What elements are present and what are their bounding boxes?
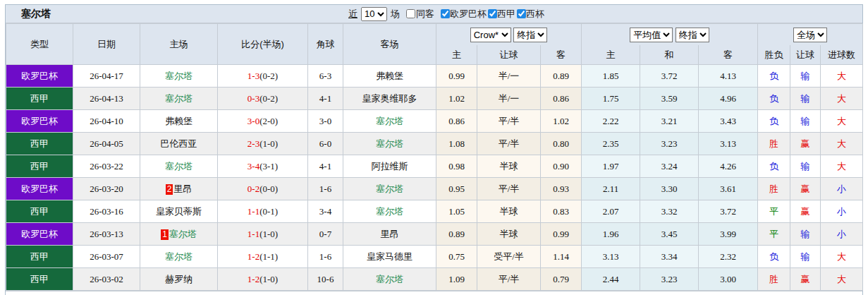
league-filter-label: 西杯 — [526, 8, 544, 20]
same-away-label: 同客 — [416, 8, 434, 20]
avg-draw-cell: 3.21 — [640, 110, 699, 133]
away-team-name[interactable]: 弗赖堡 — [376, 71, 403, 81]
match-date: 26-03-16 — [73, 200, 140, 223]
avg-company-select[interactable]: 平均值 — [630, 28, 673, 42]
match-date: 26-04-13 — [73, 88, 140, 110]
home-team-name[interactable]: 赫罗纳 — [165, 274, 192, 284]
league-filter-checkbox[interactable] — [517, 9, 526, 18]
away-team-name[interactable]: 塞尔塔 — [376, 274, 403, 284]
avg-draw-cell: 3.30 — [640, 178, 699, 200]
avg-home-cell: 2.07 — [582, 200, 640, 223]
result-outcome-cell: 负 — [758, 65, 790, 88]
score-cell: 3-0(2-0) — [218, 110, 308, 133]
away-team-name[interactable]: 塞尔塔 — [376, 206, 403, 217]
result-handicap-cell: 赢 — [790, 178, 821, 200]
result-handicap-cell: 赢 — [790, 200, 821, 223]
table-row: 西甲 26-04-05 巴伦西亚 2-3(1-0) 6-0 塞尔塔 1.08 平… — [6, 133, 863, 155]
league-filter: 西甲 — [488, 8, 515, 20]
home-team-name[interactable]: 塞尔塔 — [165, 251, 192, 262]
match-date: 26-04-17 — [73, 65, 140, 88]
away-team-name[interactable]: 塞尔塔 — [376, 116, 403, 126]
home-team-cell: 塞尔塔 — [140, 155, 218, 178]
away-team-name[interactable]: 皇家奥维耶多 — [362, 93, 417, 104]
league-filter-checkbox[interactable] — [488, 9, 497, 18]
avg-draw-cell: 3.24 — [640, 155, 699, 178]
avg-home-cell: 2.11 — [582, 178, 640, 200]
home-team-name[interactable]: 弗赖堡 — [165, 116, 192, 126]
result-goals-cell: 大 — [821, 268, 863, 291]
result-outcome-cell: 胜 — [758, 178, 790, 200]
home-team-name[interactable]: 塞尔塔 — [165, 161, 192, 171]
halftime-score: (0-0) — [259, 183, 278, 194]
same-away-checkbox[interactable] — [406, 9, 415, 18]
odds-handicap-cell: 平/半 — [477, 110, 541, 133]
odds-away-cell: 1.02 — [541, 110, 582, 133]
score-cell: 1-1(0-1) — [218, 200, 308, 223]
away-team-cell: 皇家马德里 — [343, 246, 436, 268]
match-date: 26-03-20 — [73, 178, 140, 200]
league-filter-label: 欧罗巴杯 — [450, 8, 487, 20]
away-team-name[interactable]: 皇家马德里 — [367, 251, 412, 262]
avg-home-cell: 2.35 — [582, 133, 640, 155]
result-handicap-cell: 赢 — [790, 268, 821, 291]
avg-home-cell: 1.97 — [582, 155, 640, 178]
odds-away-cell: 0.86 — [541, 88, 582, 110]
away-team-name[interactable]: 阿拉维斯 — [372, 161, 408, 171]
col-header-result-handicap: 让球 — [790, 45, 821, 65]
odds-home-cell: 1.08 — [436, 133, 477, 155]
avg-away-cell: 4.96 — [699, 88, 758, 110]
match-date: 26-03-22 — [73, 155, 140, 178]
home-team-name[interactable]: 巴伦西亚 — [161, 138, 197, 149]
fulltime-score: 1-1 — [247, 206, 259, 217]
league-filter-checkbox[interactable] — [441, 9, 450, 18]
away-team-cell: 塞尔塔 — [343, 268, 436, 291]
table-row: 西甲 26-03-02 赫罗纳 1-2(1-0) 10-6 塞尔塔 1.09 平… — [6, 268, 863, 291]
odds-home-cell: 1.05 — [436, 200, 477, 223]
result-handicap-cell: 赢 — [790, 133, 821, 155]
score-cell: 0-3(0-2) — [218, 88, 308, 110]
result-goals-cell: 大 — [821, 155, 863, 178]
result-goals-cell: 大 — [821, 88, 863, 110]
avg-away-cell: 2.32 — [699, 246, 758, 268]
score-cell: 1-1(1-0) — [218, 223, 308, 246]
score-cell: 0-2(0-0) — [218, 178, 308, 200]
home-team-cell: 塞尔塔 — [140, 65, 218, 88]
result-group-header: 全场 — [758, 24, 863, 46]
result-goals-cell: 小 — [821, 223, 863, 246]
home-team-name[interactable]: 里昂 — [173, 183, 192, 194]
home-team-cell: 2里昂 — [140, 178, 218, 200]
away-team-name[interactable]: 塞尔塔 — [376, 138, 403, 149]
odds-type-select[interactable]: 终指 — [513, 28, 547, 42]
odds-away-cell: 0.89 — [541, 65, 582, 88]
odds-company-select[interactable]: Crow* — [470, 28, 511, 42]
matches-label: 场 — [391, 8, 400, 20]
result-scope-select[interactable]: 全场 — [793, 28, 827, 42]
match-count-select[interactable]: 10 — [361, 7, 387, 21]
league-filters: 欧罗巴杯西甲西杯 — [441, 8, 546, 20]
odds-handicap-cell: 平/半 — [477, 178, 541, 200]
near-link[interactable]: 近 — [348, 8, 357, 20]
table-row: 西甲 26-04-13 塞尔塔 0-3(0-2) 4-1 皇家奥维耶多 1.02… — [6, 88, 863, 110]
away-team-name[interactable]: 塞尔塔 — [376, 183, 403, 194]
home-team-name[interactable]: 塞尔塔 — [165, 93, 192, 104]
fulltime-score: 1-2 — [247, 274, 259, 284]
home-team-name[interactable]: 塞尔塔 — [169, 229, 197, 239]
col-header-result-goals: 进球数 — [821, 45, 863, 65]
result-outcome-cell: 胜 — [758, 133, 790, 155]
avg-away-cell: 3.72 — [699, 200, 758, 223]
fulltime-score: 1-2 — [247, 251, 259, 262]
table-row: 欧罗巴杯 26-03-13 1塞尔塔 1-1(1-0) 0-7 里昂 0.89 … — [6, 223, 863, 246]
avg-home-cell: 1.96 — [582, 223, 640, 246]
home-team-name[interactable]: 塞尔塔 — [165, 71, 192, 81]
league-badge: 西甲 — [6, 133, 73, 155]
avg-home-cell: 2.22 — [582, 110, 640, 133]
away-team-name[interactable]: 里昂 — [381, 229, 399, 239]
score-cell: 2-3(1-0) — [218, 133, 308, 155]
home-team-name[interactable]: 皇家贝蒂斯 — [156, 206, 202, 217]
avg-away-cell: 3.99 — [699, 223, 758, 246]
odds-away-cell: 0.90 — [541, 155, 582, 178]
col-header-avg-away: 客 — [699, 45, 758, 65]
away-team-cell: 塞尔塔 — [343, 110, 436, 133]
avg-type-select[interactable]: 终指 — [676, 28, 709, 42]
avg-draw-cell: 3.23 — [640, 268, 699, 291]
